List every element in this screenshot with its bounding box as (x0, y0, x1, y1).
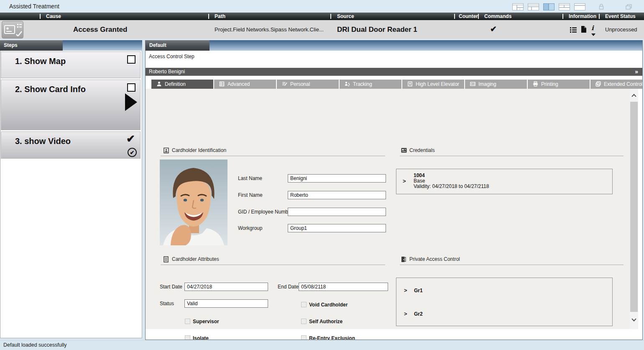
credential-expand-chevron[interactable]: > (403, 178, 406, 184)
tab-imaging[interactable]: Imaging (465, 80, 527, 89)
supervisor-label: Supervisor (193, 319, 219, 324)
tab-label: Personal (290, 81, 310, 87)
event-list-icon[interactable] (570, 27, 577, 34)
step-label: 3. show Video (15, 136, 71, 146)
group-expand-chevron[interactable]: > (404, 287, 407, 293)
status-label: Status (160, 301, 174, 306)
tab-advanced[interactable]: Advanced (214, 80, 276, 89)
column-separator (454, 14, 455, 19)
tab-label: Definition (165, 81, 186, 87)
tab-label: Extended Controls (604, 81, 643, 87)
overflow-chevron-icon[interactable]: » (635, 68, 638, 76)
last-name-input[interactable] (288, 174, 386, 183)
attributes-section-title: Cardholder Attributes (172, 256, 219, 262)
scroll-up-icon[interactable] (631, 94, 636, 98)
section-divider (400, 265, 624, 265)
void-cardholder-label: Void Cardholder (309, 302, 348, 308)
end-date-input[interactable] (299, 283, 388, 291)
workgroup-input[interactable] (288, 224, 386, 232)
group-gr2-label[interactable]: Gr2 (414, 311, 423, 317)
group-gr1-label[interactable]: Gr1 (414, 288, 423, 293)
tab-definition[interactable]: Definition (151, 80, 213, 89)
commands-check-icon: ✔ (490, 24, 497, 34)
tab-high-level-elevator[interactable]: High Level Elevator (402, 80, 464, 89)
layout-three-icon (544, 4, 554, 10)
window-title: Assisted Treatment (9, 3, 59, 10)
vertical-scrollbar[interactable] (630, 89, 638, 329)
step-item-show-map[interactable]: 1. Show Map (1, 51, 141, 78)
column-information: Information (569, 13, 596, 19)
step-checkbox[interactable] (127, 83, 135, 92)
column-separator (478, 14, 479, 19)
credentials-section-title: Credentials (409, 147, 435, 153)
assisted-treatment-window: Assisted Treatment (0, 0, 644, 350)
event-cause: Access Granted (73, 26, 127, 34)
column-counter: Counter (459, 13, 478, 19)
self-authorize-checkbox[interactable] (301, 319, 307, 324)
section-divider (161, 156, 385, 156)
event-info-icon[interactable]: i (591, 24, 595, 36)
layout-four-icon (559, 4, 570, 10)
steps-header-bar (63, 40, 142, 51)
tab-personal[interactable]: Personal (277, 80, 339, 89)
definition-tab-content: Cardholder Identification (146, 89, 630, 329)
step-done-circle-check-icon: ✔ (128, 148, 137, 157)
scrollbar-thumb[interactable] (630, 102, 638, 312)
re-entry-exclusion-checkbox[interactable] (301, 335, 307, 340)
person-icon (156, 81, 162, 87)
first-name-label: First Name (238, 192, 263, 198)
column-commands: Commands (484, 13, 511, 19)
column-separator (330, 14, 331, 19)
step-item-show-video[interactable]: 3. show Video ✔ ✔ (1, 131, 141, 159)
layout-five-button[interactable] (574, 3, 585, 10)
event-path: Project.Field Networks.Sipass Network.Cl… (215, 26, 324, 33)
event-column-header: Cause Path Source Counter Commands Infor… (0, 13, 644, 20)
cardholder-identification-icon (164, 147, 169, 154)
tab-label: High Level Elevator (416, 81, 459, 87)
last-name-label: Last Name (238, 175, 262, 181)
scroll-down-icon[interactable] (631, 317, 636, 321)
step-check-icon: ✔ (126, 133, 135, 145)
column-separator (562, 14, 563, 19)
column-event-status: Event Status (605, 13, 636, 19)
gid-employee-number-input[interactable] (288, 208, 386, 216)
layout-four-button[interactable] (559, 3, 570, 10)
credential-profile: Base (414, 178, 425, 184)
group-expand-chevron[interactable]: > (404, 311, 407, 317)
lock-icon[interactable] (599, 4, 604, 11)
cardholder-attributes-icon (164, 256, 169, 262)
event-document-icon[interactable] (581, 26, 586, 34)
step-item-show-card-info[interactable]: 2. Show Card Info (1, 80, 141, 130)
column-separator (40, 14, 41, 19)
main-panel: Default Access Control Step Roberto Beni… (145, 40, 643, 340)
elevator-icon (407, 81, 413, 87)
event-row[interactable]: Access Granted Project.Field Networks.Si… (0, 20, 644, 39)
tab-label: Advanced (227, 81, 250, 87)
layout-one-button[interactable] (512, 3, 524, 10)
credential-item[interactable]: > 1004 Base Validity: 04/27/2018 to 04/2… (396, 169, 613, 194)
steps-tab[interactable]: Steps (0, 40, 63, 51)
steps-panel-header: Steps (0, 40, 142, 51)
layout-three-button[interactable] (543, 3, 555, 10)
layout-two-button[interactable] (528, 3, 539, 10)
default-tab[interactable]: Default (146, 40, 210, 51)
step-checkbox[interactable] (127, 55, 135, 64)
layout-two-icon (528, 4, 539, 10)
column-cause: Cause (46, 13, 61, 19)
start-date-input[interactable] (184, 283, 268, 291)
gid-employee-number-label: GID / Employee Number (238, 209, 293, 215)
cascade-windows-icon[interactable] (626, 4, 632, 11)
title-bar: Assisted Treatment (0, 0, 644, 13)
workgroup-label: Workgroup (238, 225, 262, 231)
tab-extended-controls[interactable]: Extended Controls (590, 80, 643, 89)
supervisor-checkbox[interactable] (185, 319, 190, 324)
status-input[interactable] (184, 299, 268, 308)
column-path: Path (215, 13, 225, 19)
void-cardholder-checkbox[interactable] (301, 302, 307, 307)
isolate-checkbox[interactable] (185, 335, 190, 340)
tab-tracking[interactable]: Tracking (340, 80, 401, 89)
step-label: 2. Show Card Info (15, 85, 86, 94)
tab-label: Tracking (353, 81, 372, 87)
tab-printing[interactable]: Printing (528, 80, 590, 89)
first-name-input[interactable] (288, 191, 386, 199)
